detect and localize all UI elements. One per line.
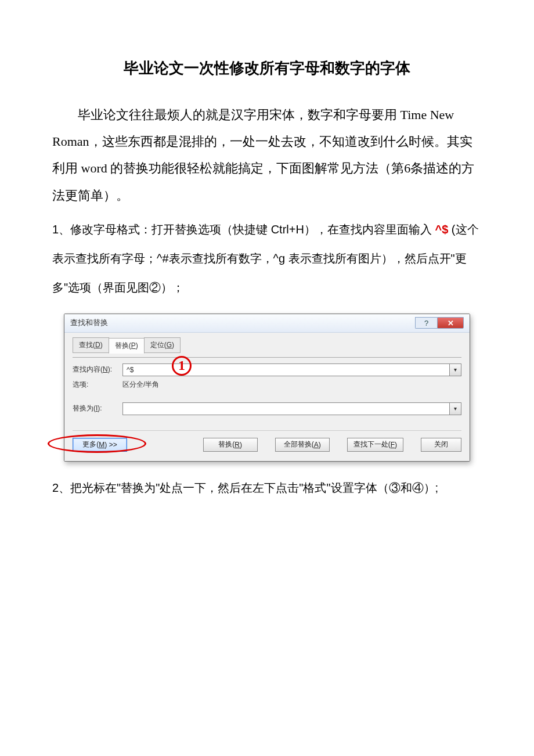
find-row: 查找内容(N): ^$ ▾ xyxy=(73,363,461,376)
find-next-button[interactable]: 查找下一处(F) xyxy=(347,438,403,452)
dialog-screenshot: 查找和替换 ? ✕ 查找(D) 替换(P) 定位(G) 查找内容(N): xyxy=(64,314,470,462)
step1-code: ^$ xyxy=(435,223,448,236)
replace-dropdown[interactable]: ▾ xyxy=(450,402,461,415)
dialog-titlebar: 查找和替换 ? ✕ xyxy=(64,314,470,333)
intro-paragraph: 毕业论文往往最烦人的就是汉字用宋体，数字和字母要用 Time New Roman… xyxy=(52,102,482,209)
close-button[interactable]: ✕ xyxy=(437,317,464,329)
replace-label: 替换为(I): xyxy=(73,404,122,413)
find-dropdown[interactable]: ▾ xyxy=(450,363,461,376)
tab-underline xyxy=(73,357,461,358)
find-replace-dialog: 查找和替换 ? ✕ 查找(D) 替换(P) 定位(G) 查找内容(N): xyxy=(64,314,470,462)
tab-strip: 查找(D) 替换(P) 定位(G) xyxy=(73,337,461,353)
find-input[interactable]: ^$ xyxy=(122,363,450,376)
window-controls: ? ✕ xyxy=(415,317,464,329)
document-title: 毕业论文一次性修改所有字母和数字的字体 xyxy=(52,58,482,78)
more-button[interactable]: 更多(M) >> xyxy=(73,438,127,452)
options-label: 选项: xyxy=(73,380,122,390)
find-label: 查找内容(N): xyxy=(73,365,122,375)
replace-row: 替换为(I): ▾ xyxy=(73,402,461,415)
options-row: 选项: 区分全/半角 xyxy=(73,380,461,390)
dialog-body: 查找(D) 替换(P) 定位(G) 查找内容(N): ^$ ▾ 选项: 区分全/… xyxy=(64,333,470,461)
dialog-close-button[interactable]: 关闭 xyxy=(421,438,461,452)
tab-find[interactable]: 查找(D) xyxy=(73,337,109,353)
dialog-title: 查找和替换 xyxy=(70,318,108,328)
replace-button[interactable]: 替换(R) xyxy=(203,438,258,452)
replace-input[interactable] xyxy=(122,402,450,415)
step-2: 2、把光标在"替换为"处点一下，然后在左下点击"格式"设置字体（③和④）; xyxy=(52,473,482,502)
tab-goto[interactable]: 定位(G) xyxy=(144,337,181,353)
tab-replace[interactable]: 替换(P) xyxy=(109,338,145,354)
step1-pre: 1、修改字母格式：打开替换选项（快捷键 Ctrl+H），在查找内容里面输入 xyxy=(52,223,432,236)
help-button[interactable]: ? xyxy=(415,317,437,329)
button-row: 更多(M) >> 替换(R) 全部替换(A) 查找下一处(F) 关闭 xyxy=(73,430,461,452)
options-value: 区分全/半角 xyxy=(122,380,159,390)
replace-all-button[interactable]: 全部替换(A) xyxy=(275,438,330,452)
step-1: 1、修改字母格式：打开替换选项（快捷键 Ctrl+H），在查找内容里面输入 ^$… xyxy=(52,215,482,302)
